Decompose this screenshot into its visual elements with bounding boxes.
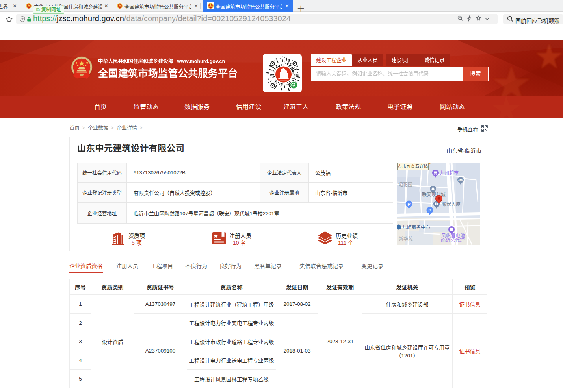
svg-text:ATM: ATM [458,179,463,181]
svg-text:九州超市: 九州超市 [440,170,459,176]
svg-text:临沂总代理: 临沂总代理 [441,238,465,243]
svg-text:联安现代城: 联安现代城 [422,192,446,198]
svg-text:九峰商务中心: 九峰商务中心 [402,224,430,230]
svg-text:记花园: 记花园 [398,181,412,187]
svg-text:联安大厦: 联安大厦 [442,201,461,207]
svg-text:P: P [428,208,431,213]
svg-text:P: P [407,202,410,207]
svg-text:新华苑: 新华苑 [399,236,413,242]
